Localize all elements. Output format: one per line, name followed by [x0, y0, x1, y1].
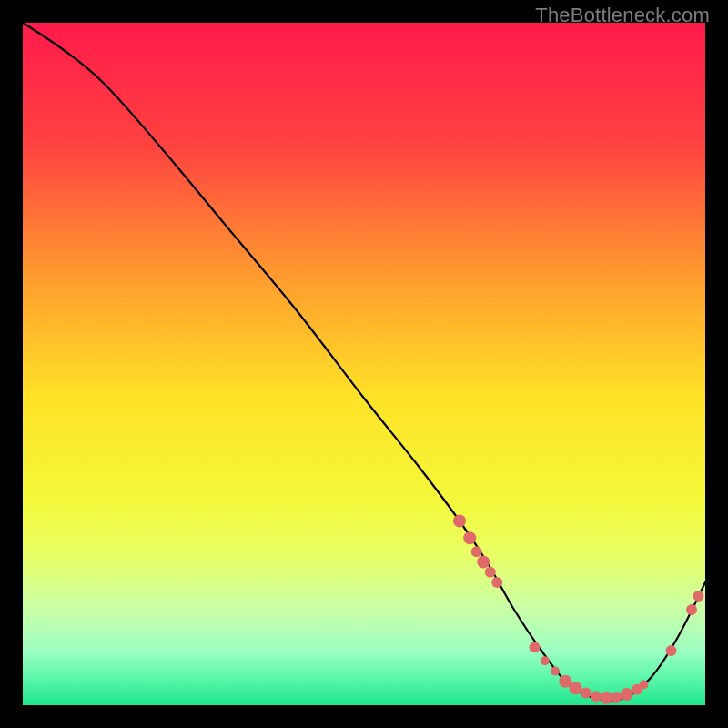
data-marker	[591, 691, 602, 702]
watermark-text: TheBottleneck.com	[535, 4, 710, 27]
data-marker	[693, 591, 704, 602]
data-marker	[530, 642, 541, 652]
plot-area	[23, 23, 705, 705]
bottleneck-curve	[23, 23, 705, 701]
data-marker	[666, 645, 677, 656]
data-marker	[600, 692, 612, 704]
data-marker	[551, 667, 560, 676]
data-marker	[485, 567, 496, 578]
chart-stage: TheBottleneck.com	[0, 0, 728, 728]
data-marker	[453, 515, 466, 528]
data-marker	[621, 688, 633, 701]
data-marker	[570, 682, 582, 694]
data-marker	[491, 577, 502, 588]
data-marker	[581, 688, 592, 699]
data-marker	[463, 531, 476, 544]
data-marker	[686, 604, 697, 615]
data-marker	[471, 546, 482, 557]
curve-overlay	[23, 23, 705, 705]
data-marker	[612, 692, 622, 703]
data-marker	[477, 556, 490, 569]
data-markers	[453, 515, 704, 704]
data-marker	[640, 681, 649, 690]
data-marker	[541, 656, 550, 665]
